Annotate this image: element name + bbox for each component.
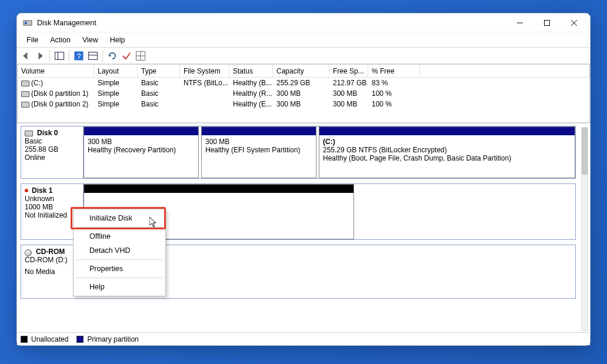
ctx-initialize-disk[interactable]: Initialize Disk [75,211,164,225]
col-status[interactable]: Status [229,65,273,78]
ctx-properties[interactable]: Properties [75,262,164,276]
legend-swatch-unallocated [21,336,28,343]
table-row[interactable]: (Disk 0 partition 1) Simple Basic Health… [18,88,589,99]
partition-bar [84,127,198,135]
vertical-scrollbar[interactable] [581,127,588,331]
forward-button[interactable] [34,49,46,62]
col-type[interactable]: Type [138,65,180,78]
col-layout[interactable]: Layout [94,65,138,78]
col-spacer [420,65,589,78]
disk-icon [21,102,29,108]
close-button[interactable] [561,14,588,32]
partition-bar [84,185,353,193]
ctx-detach-vhd[interactable]: Detach VHD [75,243,164,258]
maximize-button[interactable] [533,14,561,32]
svg-rect-6 [55,52,64,59]
ctx-offline[interactable]: Offline [75,229,164,243]
legend-label: Primary partition [87,335,138,343]
partition-recovery[interactable]: 300 MB Healthy (Recovery Partition) [84,126,199,178]
volume-table-header: Volume Layout Type File System Status Ca… [18,65,589,78]
col-freespace[interactable]: Free Sp... [329,65,368,78]
col-filesystem[interactable]: File System [180,65,229,78]
volume-table: Volume Layout Type File System Status Ca… [17,64,590,123]
minimize-button[interactable] [506,14,533,32]
menu-action[interactable]: Action [44,35,76,45]
titlebar: Disk Management [17,14,590,32]
window-title: Disk Management [37,19,506,27]
back-button[interactable] [19,49,32,62]
help-icon[interactable]: ? [72,49,85,62]
view-list-icon[interactable] [86,49,99,62]
disk0-info[interactable]: Disk 0 Basic 255.88 GB Online [21,126,84,178]
legend-label: Unallocated [31,335,68,343]
disk-icon [21,81,29,86]
grid-icon[interactable] [134,49,147,62]
disk-icon [25,131,33,136]
toolbar: ? [17,48,590,64]
app-icon [23,18,32,28]
ctx-help[interactable]: Help [75,280,164,294]
volume-table-body: (C:) Simple Basic NTFS (BitLo... Healthy… [18,78,589,122]
table-row[interactable]: (Disk 0 partition 2) Simple Basic Health… [18,99,589,109]
legend-swatch-primary [76,336,84,343]
disk-icon [21,91,29,97]
table-row[interactable]: (C:) Simple Basic NTFS (BitLo... Healthy… [18,78,589,88]
partition-bar [202,127,316,135]
checkmark-icon[interactable] [120,49,133,62]
partition-c-drive[interactable]: (C:) 255.29 GB NTFS (BitLocker Encrypted… [319,126,575,178]
partition-bar [319,127,575,135]
separator [76,278,162,278]
cd-icon [25,249,32,256]
menu-view[interactable]: View [76,35,104,45]
refresh-icon[interactable] [106,49,119,62]
scrollbar-thumb[interactable] [582,128,588,175]
menubar: File Action View Help [17,32,590,48]
col-volume[interactable]: Volume [18,65,94,78]
partition-efi[interactable]: 300 MB Healthy (EFI System Partition) [201,126,316,178]
show-hide-button[interactable] [53,49,66,62]
col-pctfree[interactable]: % Free [368,65,420,78]
col-capacity[interactable]: Capacity [273,65,329,78]
legend: Unallocated Primary partition [17,332,590,345]
context-menu: Initialize Disk Offline Detach VHD Prope… [73,209,166,296]
error-icon [25,189,28,192]
svg-rect-1 [25,22,27,24]
svg-rect-3 [545,20,550,25]
svg-text:?: ? [77,52,81,61]
svg-rect-10 [89,52,98,59]
disk-row-disk0: Disk 0 Basic 255.88 GB Online 300 MB Hea… [21,126,576,179]
separator [76,227,162,228]
menu-help[interactable]: Help [104,35,131,45]
menu-file[interactable]: File [21,35,44,45]
separator [76,259,162,260]
